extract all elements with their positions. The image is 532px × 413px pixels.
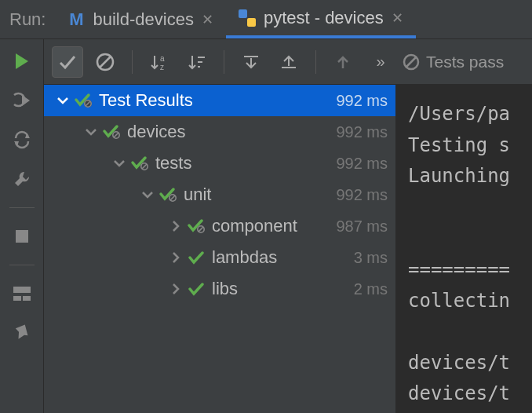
separator — [9, 265, 35, 265]
console-line: ========= — [408, 254, 532, 286]
chevron-right-icon[interactable] — [168, 283, 184, 294]
tests-summary-text: Tests pass — [426, 53, 504, 71]
tree-row[interactable]: libs2 ms — [44, 273, 395, 305]
tree-row[interactable]: lambdas3 ms — [44, 242, 395, 273]
console-line: Testing s — [408, 130, 532, 162]
show-passed-button[interactable] — [52, 46, 83, 78]
run-label: Run: — [0, 9, 55, 30]
status-icon — [187, 251, 206, 264]
tree-row[interactable]: unit992 ms — [44, 179, 395, 210]
console-output[interactable]: /Users/paTesting sLaunching =========col… — [395, 85, 532, 413]
console-line: devices/t — [408, 348, 532, 379]
close-icon[interactable]: ✕ — [392, 9, 403, 27]
svg-line-5 — [100, 57, 111, 68]
tree-node-time: 3 ms — [354, 249, 388, 267]
no-entry-icon — [403, 53, 420, 71]
tree-node-name: tests — [155, 153, 336, 174]
expand-all-button[interactable] — [235, 46, 267, 78]
show-ignored-button[interactable] — [89, 46, 121, 78]
status-icon — [187, 283, 206, 295]
tree-node-name: lambdas — [212, 247, 354, 268]
tree-node-time: 2 ms — [354, 280, 388, 298]
tree-node-name: libs — [212, 279, 354, 299]
prev-failed-button[interactable] — [327, 46, 359, 78]
console-line — [408, 192, 532, 224]
main-area: az » Tests pass Test Results992 — [0, 39, 532, 413]
tree-node-name: unit — [184, 185, 336, 205]
console-line: /Users/pa — [408, 99, 532, 130]
svg-rect-1 — [13, 287, 31, 293]
wrench-icon[interactable] — [11, 168, 33, 190]
status-icon — [74, 93, 93, 108]
status-icon — [187, 219, 206, 233]
rerun-failed-icon[interactable] — [11, 90, 33, 111]
sort-alpha-button[interactable]: az — [144, 46, 175, 78]
console-line: Launching — [408, 161, 532, 192]
status-icon — [130, 156, 149, 170]
separator — [132, 50, 133, 74]
tree-node-name: component — [212, 216, 336, 236]
svg-text:a: a — [160, 54, 165, 63]
chevron-right-icon[interactable] — [168, 221, 184, 232]
svg-text:z: z — [160, 63, 164, 71]
python-icon — [239, 9, 256, 27]
separator — [9, 207, 35, 208]
makefile-icon: M — [67, 11, 85, 28]
tests-summary: Tests pass — [403, 53, 524, 71]
pin-icon[interactable] — [11, 322, 33, 344]
tree-node-time: 987 ms — [336, 217, 388, 236]
chevron-right-icon[interactable] — [168, 252, 184, 263]
svg-rect-0 — [16, 230, 28, 243]
chevron-down-icon[interactable] — [55, 97, 71, 104]
tree-node-time: 992 ms — [336, 92, 388, 110]
tree-row[interactable]: Test Results992 ms — [44, 85, 395, 116]
separator — [224, 50, 224, 74]
tree-row[interactable]: tests992 ms — [44, 148, 395, 179]
chevron-down-icon[interactable] — [140, 191, 155, 199]
sort-duration-button[interactable] — [181, 46, 213, 78]
tree-row[interactable]: component987 ms — [44, 210, 395, 242]
more-button[interactable]: » — [365, 46, 396, 78]
svg-rect-3 — [23, 296, 31, 301]
console-line — [408, 316, 532, 348]
tab-label: pytest - devices — [264, 8, 384, 28]
close-icon[interactable]: ✕ — [202, 11, 213, 28]
collapse-all-button[interactable] — [273, 46, 304, 78]
test-tree[interactable]: Test Results992 msdevices992 mstests992 … — [44, 85, 395, 413]
layout-icon[interactable] — [11, 283, 33, 305]
status-icon — [102, 125, 121, 139]
svg-line-16 — [406, 57, 416, 67]
tab-pytest-devices[interactable]: pytest - devices ✕ — [226, 0, 416, 38]
tree-node-time: 992 ms — [336, 186, 388, 204]
run-icon[interactable] — [11, 50, 33, 72]
toggle-auto-test-icon[interactable] — [11, 129, 33, 151]
tree-node-name: Test Results — [99, 90, 336, 111]
stop-icon[interactable] — [11, 225, 33, 247]
tree-node-time: 992 ms — [336, 123, 388, 141]
tree-node-name: devices — [127, 122, 336, 142]
tab-build-devices[interactable]: M build-devices ✕ — [55, 0, 225, 38]
chevron-down-icon[interactable] — [111, 159, 127, 167]
console-line: devices/t — [408, 378, 532, 410]
status-icon — [159, 188, 177, 202]
run-gutter — [0, 39, 44, 413]
console-line: collectin — [408, 286, 532, 317]
run-tabs-bar: Run: M build-devices ✕ pytest - devices … — [0, 0, 532, 39]
console-line — [408, 223, 532, 254]
separator — [315, 50, 316, 74]
svg-rect-2 — [13, 296, 21, 301]
test-toolbar: az » Tests pass — [44, 39, 532, 85]
tree-output-split: Test Results992 msdevices992 mstests992 … — [44, 85, 532, 413]
tree-node-time: 992 ms — [336, 155, 388, 173]
chevron-down-icon[interactable] — [83, 128, 99, 136]
tab-label: build-devices — [93, 9, 193, 30]
center-column: az » Tests pass Test Results992 — [44, 39, 532, 413]
tree-row[interactable]: devices992 ms — [44, 116, 395, 148]
